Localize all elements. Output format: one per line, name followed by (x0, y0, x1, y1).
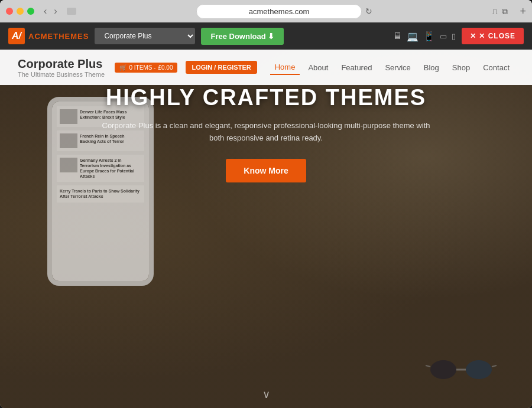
acme-logo[interactable]: A/ ACMETHEMES (8, 28, 89, 44)
acme-toolbar: A/ ACMETHEMES Corporate Plus Free Downlo… (0, 22, 532, 50)
svg-point-1 (466, 360, 492, 379)
url-text: acmethemes.com (249, 7, 310, 16)
browser-actions: ⎍ ⧉ (492, 6, 508, 17)
nav-featured[interactable]: Featured (336, 61, 377, 74)
hero-title: HIGHLY CRAFTED THEMES (12, 85, 520, 110)
forward-button[interactable]: › (51, 5, 59, 17)
cart-items: 0 ITEMS - (129, 64, 155, 71)
address-bar-wrapper: acmethemes.com ↻ (81, 4, 488, 19)
close-traffic-light[interactable] (6, 8, 13, 15)
minimize-traffic-light[interactable] (17, 8, 24, 15)
acme-logo-icon: A/ (8, 28, 25, 44)
browser-frame: ‹ › acmethemes.com ↻ ⎍ ⧉ + A/ ACMETHEMES (0, 0, 532, 408)
cart-badge[interactable]: 🛒 0 ITEMS - £0.00 (115, 63, 177, 73)
nav-buttons: ‹ › (41, 5, 60, 17)
nav-contact[interactable]: Contact (478, 61, 514, 74)
download-button[interactable]: Free Download ⬇ (201, 28, 284, 45)
sunglasses-decoration (426, 355, 497, 384)
nav-about[interactable]: About (303, 61, 333, 74)
cart-icon: 🛒 (119, 64, 126, 71)
article-title: Kerry Travels to Paris to Show Solidarit… (60, 188, 141, 199)
tablet-landscape-icon[interactable]: ▭ (440, 32, 447, 41)
theme-selector[interactable]: Corporate Plus (95, 28, 195, 44)
acme-logo-text: ACMETHEMES (28, 32, 89, 41)
site-logo-area: Corporate Plus The Ultimate Business The… (18, 57, 115, 78)
scroll-icon: ∨ (262, 389, 270, 400)
logo-orange-text: THEMES (53, 32, 89, 41)
hero-content: HIGHLY CRAFTED THEMES Corporate Plus is … (0, 85, 532, 182)
browser-titlebar: ‹ › acmethemes.com ↻ ⎍ ⧉ + (0, 0, 532, 22)
reload-button[interactable]: ↻ (365, 6, 372, 16)
site-subtitle: The Ultimate Business Theme (18, 71, 115, 78)
laptop-icon[interactable]: 💻 (407, 31, 419, 42)
download-label: Free Download ⬇ (210, 32, 274, 41)
site-title: Corporate Plus (18, 57, 115, 71)
hero-subtitle: Corporate Plus is a clean and elegant, r… (100, 120, 432, 145)
list-item: Kerry Travels to Paris to Show Solidarit… (57, 185, 144, 202)
tablet-icon[interactable]: 📱 (423, 31, 435, 42)
new-tab-button[interactable]: + (520, 5, 526, 18)
traffic-lights (6, 8, 34, 15)
know-more-button[interactable]: Know More (226, 159, 306, 182)
logo-letter: A/ (12, 31, 21, 41)
svg-line-4 (492, 365, 497, 367)
address-bar[interactable]: acmethemes.com (196, 4, 362, 19)
nav-blog[interactable]: Blog (419, 61, 444, 74)
nav-service[interactable]: Service (380, 61, 415, 74)
window-control-1[interactable] (67, 8, 76, 15)
device-icons: 🖥 💻 📱 ▭ ▯ (392, 31, 456, 42)
login-register-button[interactable]: LOGIN / REGISTER (186, 61, 257, 74)
close-icon: ✕ (470, 32, 476, 40)
add-tab-small-button[interactable]: ⧉ (502, 6, 508, 17)
back-button[interactable]: ‹ (41, 5, 49, 17)
site-content: Denver Life Faces Mass Extinction: Brexi… (0, 50, 532, 408)
close-label: ✕ CLOSE (479, 32, 515, 40)
site-nav: 🛒 0 ITEMS - £0.00 LOGIN / REGISTER Home … (115, 60, 514, 75)
know-more-label: Know More (244, 166, 288, 175)
svg-point-0 (430, 360, 456, 379)
scroll-indicator: ∨ (262, 388, 270, 401)
close-button[interactable]: ✕ ✕ CLOSE (462, 28, 524, 44)
svg-line-3 (426, 365, 430, 367)
window-controls (67, 8, 76, 15)
cart-price: £0.00 (158, 64, 173, 71)
share-button[interactable]: ⎍ (492, 6, 497, 16)
phone-icon[interactable]: ▯ (452, 32, 456, 41)
nav-home[interactable]: Home (270, 60, 300, 75)
login-label: LOGIN / REGISTER (192, 64, 251, 71)
logo-white-text: ACME (28, 32, 53, 41)
nav-shop[interactable]: Shop (447, 61, 475, 74)
maximize-traffic-light[interactable] (27, 8, 34, 15)
site-header: Corporate Plus The Ultimate Business The… (0, 50, 532, 85)
desktop-icon[interactable]: 🖥 (392, 31, 402, 41)
